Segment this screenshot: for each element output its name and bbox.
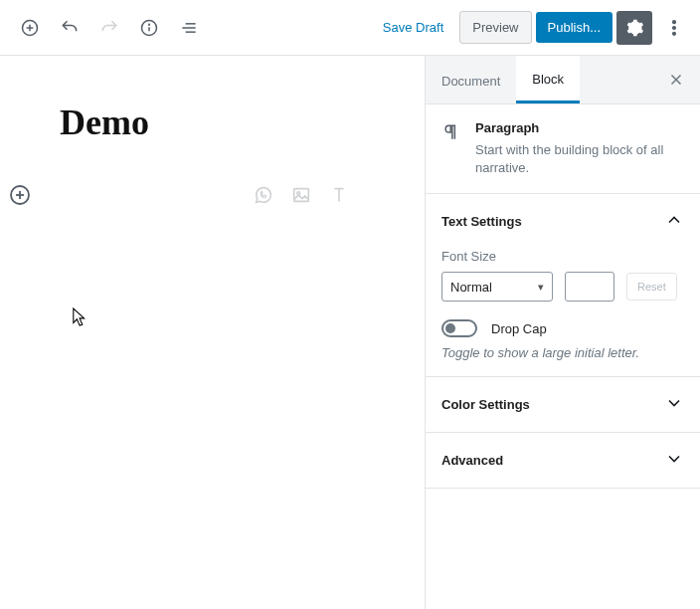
svg-point-11	[673, 32, 676, 35]
toolbar-left	[8, 10, 207, 46]
font-size-label: Font Size	[441, 249, 684, 264]
editor-content	[0, 96, 425, 207]
drop-cap-help: Toggle to show a large initial letter.	[441, 345, 684, 360]
font-size-row: Normal Reset	[441, 272, 684, 302]
more-button[interactable]	[656, 10, 692, 46]
save-draft-button[interactable]: Save Draft	[371, 12, 455, 43]
info-icon[interactable]	[131, 10, 167, 46]
close-icon	[667, 71, 685, 89]
preview-button[interactable]: Preview	[459, 11, 531, 44]
svg-rect-15	[294, 189, 309, 202]
font-size-custom-input[interactable]	[565, 272, 614, 302]
more-vertical-icon	[664, 18, 684, 38]
tab-document[interactable]: Document	[426, 58, 516, 102]
post-title-input[interactable]	[60, 96, 369, 147]
chevron-down-icon	[664, 393, 684, 416]
panel-text-settings-header[interactable]: Text Settings	[426, 194, 700, 249]
add-block-inline-button[interactable]	[6, 181, 34, 209]
close-sidebar-button[interactable]	[662, 66, 690, 94]
panel-color-settings: Color Settings	[426, 377, 700, 433]
top-toolbar: Save Draft Preview Publish...	[0, 0, 700, 56]
panel-advanced-title: Advanced	[441, 453, 503, 468]
drop-cap-toggle[interactable]	[441, 319, 477, 337]
quick-insert-icons	[252, 183, 351, 207]
svg-point-5	[149, 24, 150, 25]
empty-block-row	[60, 183, 369, 207]
drop-cap-label: Drop Cap	[491, 321, 547, 336]
panel-advanced: Advanced	[426, 433, 700, 489]
editor-canvas	[0, 56, 425, 609]
toolbar-right: Save Draft Preview Publish...	[371, 10, 692, 46]
block-type-title: Paragraph	[475, 120, 684, 135]
main-area: Document Block Paragraph Start with the …	[0, 56, 700, 609]
paragraph-icon	[441, 122, 461, 177]
sidebar-tabs: Document Block	[426, 56, 700, 104]
panel-text-settings: Text Settings Font Size Normal Reset	[426, 194, 700, 377]
chevron-down-icon	[664, 449, 684, 472]
tab-block[interactable]: Block	[516, 56, 580, 103]
whatsapp-icon[interactable]	[252, 183, 275, 207]
outline-icon[interactable]	[171, 10, 207, 46]
block-type-desc: Start with the building block of all nar…	[475, 141, 684, 177]
panel-text-settings-title: Text Settings	[441, 214, 522, 229]
svg-point-10	[673, 26, 676, 29]
settings-button[interactable]	[616, 11, 652, 45]
publish-button[interactable]: Publish...	[536, 12, 612, 43]
image-icon[interactable]	[289, 183, 313, 207]
add-block-icon[interactable]	[12, 10, 48, 46]
sidebar: Document Block Paragraph Start with the …	[425, 56, 700, 609]
panel-color-settings-header[interactable]: Color Settings	[426, 377, 700, 432]
panel-text-settings-body: Font Size Normal Reset Drop Cap Toggle t…	[426, 249, 700, 376]
chevron-up-icon	[664, 210, 684, 233]
block-type-header: Paragraph Start with the building block …	[426, 104, 700, 194]
svg-point-9	[673, 20, 676, 23]
undo-icon[interactable]	[52, 10, 88, 46]
font-size-value: Normal	[450, 280, 492, 295]
panel-advanced-header[interactable]: Advanced	[426, 433, 700, 488]
panel-color-settings-title: Color Settings	[441, 397, 530, 412]
redo-icon[interactable]	[91, 10, 127, 46]
toggle-knob	[445, 323, 455, 333]
gear-icon	[624, 18, 644, 38]
block-type-text: Paragraph Start with the building block …	[475, 120, 684, 177]
font-size-select[interactable]: Normal	[441, 272, 553, 302]
drop-cap-row: Drop Cap	[441, 319, 684, 337]
heading-icon[interactable]	[327, 183, 351, 207]
font-size-reset-button[interactable]: Reset	[626, 273, 677, 301]
